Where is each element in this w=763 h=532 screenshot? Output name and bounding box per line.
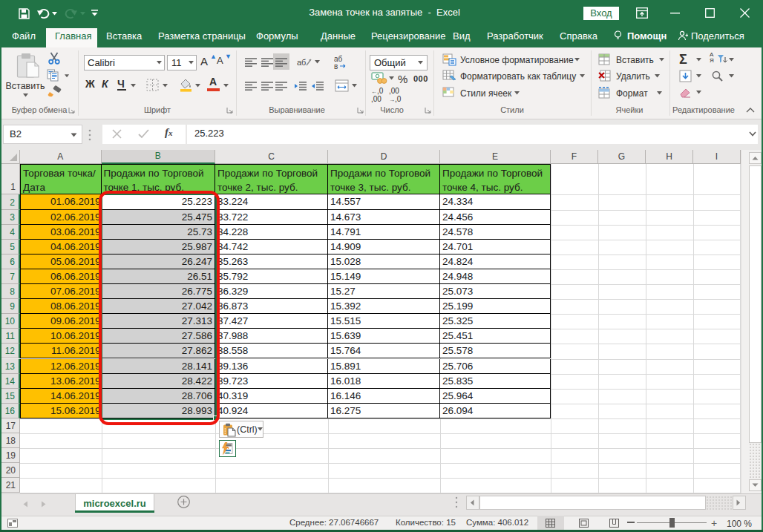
svg-text:аб: аб bbox=[297, 58, 306, 67]
svg-text:в: в bbox=[334, 62, 338, 70]
